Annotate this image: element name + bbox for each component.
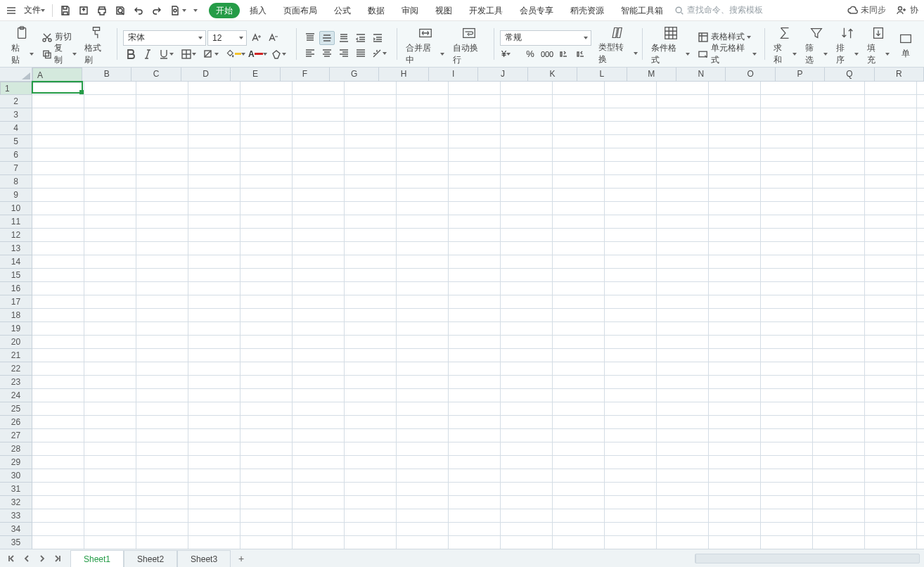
column-header[interactable]: F xyxy=(281,68,330,81)
tab-formula[interactable]: 公式 xyxy=(327,3,358,18)
type-convert-button[interactable]: 类型转换 xyxy=(596,24,641,67)
sheet-tab[interactable]: Sheet3 xyxy=(177,550,231,567)
row-header[interactable]: 8 xyxy=(0,175,32,189)
row-header[interactable]: 32 xyxy=(0,496,32,509)
customize-qat[interactable] xyxy=(191,2,200,19)
fill-color-button[interactable] xyxy=(224,47,245,61)
row-header[interactable]: 12 xyxy=(0,229,32,242)
row-header[interactable]: 21 xyxy=(0,349,32,362)
borders-button[interactable] xyxy=(179,47,200,61)
decrease-font-size[interactable] xyxy=(265,31,281,45)
column-header[interactable]: C xyxy=(131,68,181,81)
tab-data[interactable]: 数据 xyxy=(361,3,392,18)
column-header[interactable]: H xyxy=(379,68,428,81)
merge-center-button[interactable]: 合并居中 xyxy=(403,24,447,68)
column-header[interactable]: L xyxy=(577,68,627,81)
increase-decimal[interactable] xyxy=(556,47,572,61)
decrease-indent[interactable] xyxy=(353,31,368,45)
tab-resources[interactable]: 稻壳资源 xyxy=(563,3,611,18)
cell-ops-button[interactable]: 单 xyxy=(895,30,916,61)
column-header[interactable]: P xyxy=(776,68,825,81)
decrease-decimal[interactable] xyxy=(573,47,589,61)
sheet-nav-next[interactable] xyxy=(35,552,49,566)
tab-smart-tools[interactable]: 智能工具箱 xyxy=(614,3,670,18)
conditional-format-button[interactable]: 条件格式 xyxy=(648,24,693,68)
row-header[interactable]: 33 xyxy=(0,509,32,523)
row-header[interactable]: 1 xyxy=(0,82,32,95)
font-size-select[interactable]: 12 xyxy=(207,30,247,46)
row-header[interactable]: 3 xyxy=(0,108,32,122)
filter-button[interactable]: 筛选 xyxy=(802,24,830,68)
row-header[interactable]: 20 xyxy=(0,336,32,349)
column-header[interactable]: G xyxy=(330,68,379,81)
row-header[interactable]: 5 xyxy=(0,135,32,148)
column-header[interactable]: N xyxy=(676,68,726,81)
cell-style-button[interactable]: 单元格样式 xyxy=(695,47,759,61)
sum-button[interactable]: 求和 xyxy=(771,24,799,68)
row-header[interactable]: 29 xyxy=(0,456,32,469)
sheet-nav-last[interactable] xyxy=(51,552,65,566)
cooperate[interactable]: 协 xyxy=(896,4,918,16)
row-header[interactable]: 9 xyxy=(0,189,32,202)
column-header[interactable]: J xyxy=(478,68,527,81)
row-header[interactable]: 35 xyxy=(0,536,32,549)
sheet-nav-first[interactable] xyxy=(4,552,18,566)
fill-button[interactable]: 填充 xyxy=(864,24,892,68)
print-icon[interactable] xyxy=(94,2,110,19)
column-header[interactable]: B xyxy=(82,68,131,81)
row-header[interactable]: 31 xyxy=(0,483,32,496)
print-preview-icon[interactable] xyxy=(112,2,129,19)
italic-button[interactable] xyxy=(140,47,155,61)
row-header[interactable]: 7 xyxy=(0,162,32,175)
cells-area[interactable] xyxy=(32,82,924,549)
align-right[interactable] xyxy=(336,46,352,60)
tab-page-layout[interactable]: 页面布局 xyxy=(276,3,324,18)
column-header[interactable]: R xyxy=(875,68,924,81)
add-sheet-button[interactable]: + xyxy=(232,553,250,564)
sheet-nav-prev[interactable] xyxy=(20,552,34,566)
row-header[interactable]: 23 xyxy=(0,376,32,389)
save-icon[interactable] xyxy=(57,2,74,19)
align-middle[interactable] xyxy=(319,31,335,45)
sync-status[interactable]: 未同步 xyxy=(847,4,886,16)
underline-button[interactable] xyxy=(157,47,178,61)
clear-format-button[interactable] xyxy=(269,47,290,61)
row-header[interactable]: 34 xyxy=(0,523,32,536)
column-header[interactable]: M xyxy=(627,68,676,81)
row-header[interactable]: 19 xyxy=(0,322,32,336)
redo-icon[interactable] xyxy=(148,2,165,19)
row-header[interactable]: 18 xyxy=(0,309,32,322)
command-search[interactable]: 查找命令、搜索模板 xyxy=(672,4,784,16)
tab-insert[interactable]: 插入 xyxy=(243,3,274,18)
format-painter-button[interactable]: 格式刷 xyxy=(82,24,111,68)
row-header[interactable]: 26 xyxy=(0,416,32,429)
fill-handle[interactable] xyxy=(79,90,84,94)
column-header[interactable]: D xyxy=(181,68,231,81)
sheet-tab[interactable]: Sheet2 xyxy=(124,550,177,567)
select-all-corner[interactable] xyxy=(0,68,32,82)
increase-indent[interactable] xyxy=(370,31,385,45)
tab-review[interactable]: 审阅 xyxy=(394,3,425,18)
list-icon[interactable] xyxy=(3,2,20,19)
preview-doc-icon[interactable] xyxy=(167,2,189,19)
tab-view[interactable]: 视图 xyxy=(428,3,459,18)
row-header[interactable]: 27 xyxy=(0,429,32,442)
fill-effects-button[interactable] xyxy=(202,47,223,61)
undo-icon[interactable] xyxy=(130,2,147,19)
row-header[interactable]: 28 xyxy=(0,442,32,456)
align-left[interactable] xyxy=(302,46,318,60)
row-header[interactable]: 2 xyxy=(0,95,32,108)
font-color-button[interactable]: A xyxy=(247,47,268,61)
align-center[interactable] xyxy=(319,46,335,60)
justify[interactable] xyxy=(353,46,368,60)
export-icon[interactable] xyxy=(75,2,92,19)
currency-button[interactable]: ¥ xyxy=(500,47,521,61)
number-format-select[interactable]: 常规 xyxy=(500,30,591,46)
row-header[interactable]: 13 xyxy=(0,242,32,255)
row-header[interactable]: 11 xyxy=(0,215,32,229)
row-header[interactable]: 6 xyxy=(0,148,32,162)
column-header[interactable]: I xyxy=(429,68,478,81)
tab-start[interactable]: 开始 xyxy=(209,3,240,18)
row-header[interactable]: 10 xyxy=(0,202,32,215)
thousands-button[interactable]: 000 xyxy=(539,47,555,61)
